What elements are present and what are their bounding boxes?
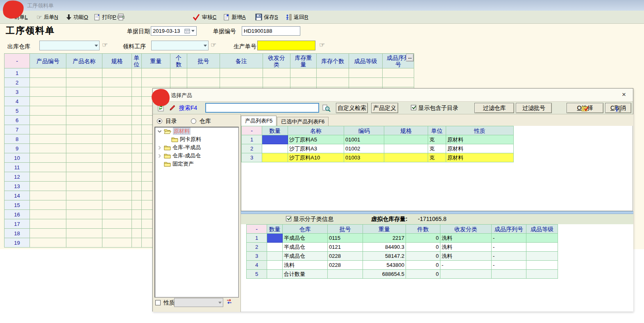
cell[interactable] [30,182,66,191]
process-combo[interactable] [151,41,209,50]
custom-search-button[interactable]: 自定义检索 [336,103,368,113]
cell[interactable] [102,78,132,87]
cell[interactable] [384,144,428,153]
row-number[interactable]: 19 [5,238,30,248]
cell[interactable] [132,87,142,97]
select-button[interactable]: O选择 [567,103,603,113]
cell[interactable] [66,144,102,153]
cell[interactable] [132,229,142,238]
cell[interactable] [102,144,132,153]
return-button[interactable]: 返回R [284,11,309,23]
cell[interactable] [30,87,66,97]
date-dropdown-arrow-icon[interactable] [191,30,195,32]
cell[interactable] [267,261,283,270]
cell[interactable]: 原材料 [446,153,514,162]
cell[interactable] [102,68,132,78]
cell[interactable] [263,78,290,87]
cell[interactable] [262,135,288,144]
row-number[interactable]: 6 [5,116,30,125]
cell[interactable]: - [440,261,492,270]
cell[interactable]: 01001 [344,135,384,144]
cell[interactable] [66,172,102,182]
swap-arrows-icon[interactable] [226,298,233,305]
chevron-down-icon[interactable] [157,129,162,134]
cell[interactable] [30,134,66,144]
cell[interactable] [102,200,132,210]
cell[interactable] [66,191,102,200]
cell[interactable] [66,210,102,219]
row-number[interactable]: 4 [5,97,30,106]
cell[interactable] [30,229,66,238]
cell[interactable] [526,270,558,279]
cell[interactable]: - [492,234,526,243]
row-number[interactable]: 7 [5,125,30,134]
cell[interactable]: 0 [406,252,440,261]
cell[interactable]: 0 [406,261,440,270]
cell[interactable] [30,68,66,78]
search-label[interactable]: 搜索F4 [179,105,197,112]
cell[interactable]: 半成品仓 [283,234,328,243]
row-number[interactable]: 15 [5,200,30,210]
tree-node[interactable]: 阿卡原料 [155,135,238,143]
cell[interactable]: 半成品仓 [283,243,328,252]
row-number[interactable]: 3 [247,252,267,261]
cell[interactable] [102,153,132,163]
row-number[interactable]: 3 [242,153,262,162]
cell[interactable]: - [492,261,526,270]
cell[interactable] [132,163,142,172]
nature-checkbox[interactable] [155,300,161,305]
row-number[interactable]: 4 [247,261,267,270]
cell[interactable] [267,234,283,243]
cell[interactable] [263,68,290,78]
cell[interactable] [30,106,66,116]
search-input[interactable] [205,103,319,113]
row-number[interactable]: 2 [247,243,267,252]
cell[interactable] [66,219,102,229]
cell[interactable] [267,252,283,261]
cell[interactable] [102,116,132,125]
tree-node[interactable]: 仓库-半成品 [155,143,238,152]
cell[interactable] [220,78,263,87]
cell[interactable] [132,134,142,144]
doc-date-field[interactable]: 2019-03-13 [151,26,197,36]
cell[interactable]: 克 [428,144,446,153]
catalog-radio[interactable] [157,118,162,124]
cell[interactable] [66,182,102,191]
row-number[interactable]: 10 [5,153,30,163]
cell[interactable] [132,97,142,106]
cell[interactable]: 克 [428,153,446,162]
show-detail-checkbox[interactable] [286,216,291,221]
cell[interactable] [30,125,66,134]
cell[interactable] [384,135,428,144]
cell[interactable] [102,97,132,106]
printer-icon-button[interactable] [116,11,126,23]
cell[interactable]: 01003 [344,153,384,162]
cell[interactable] [102,125,132,134]
cell[interactable] [102,163,132,172]
add-new-button[interactable]: 新增A [222,11,247,23]
cell[interactable] [267,243,283,252]
cell[interactable]: 半成品仓 [283,252,328,261]
row-number[interactable]: 1 [5,68,30,78]
order-picker-hand-icon[interactable]: ☞ [319,41,325,49]
row-number[interactable]: 1 [242,135,262,144]
warehouse-picker-hand-icon[interactable]: ☞ [102,41,108,49]
cell[interactable] [262,144,288,153]
cell[interactable]: 0 [406,243,440,252]
cell[interactable]: 0 [406,270,440,279]
cell[interactable] [290,78,317,87]
row-number[interactable]: 1 [247,234,267,243]
cell[interactable] [132,200,142,210]
production-order-input[interactable] [257,41,315,50]
cell[interactable]: 2217 [363,234,406,243]
cell[interactable] [102,210,132,219]
cell[interactable] [66,134,102,144]
cell[interactable] [328,270,363,279]
cell[interactable]: 0228 [328,261,363,270]
cell[interactable] [102,134,132,144]
cell[interactable] [132,153,142,163]
cell[interactable] [132,78,142,87]
cell[interactable] [132,182,142,191]
print-button[interactable]: 打印P [93,11,118,23]
cell[interactable] [526,261,558,270]
